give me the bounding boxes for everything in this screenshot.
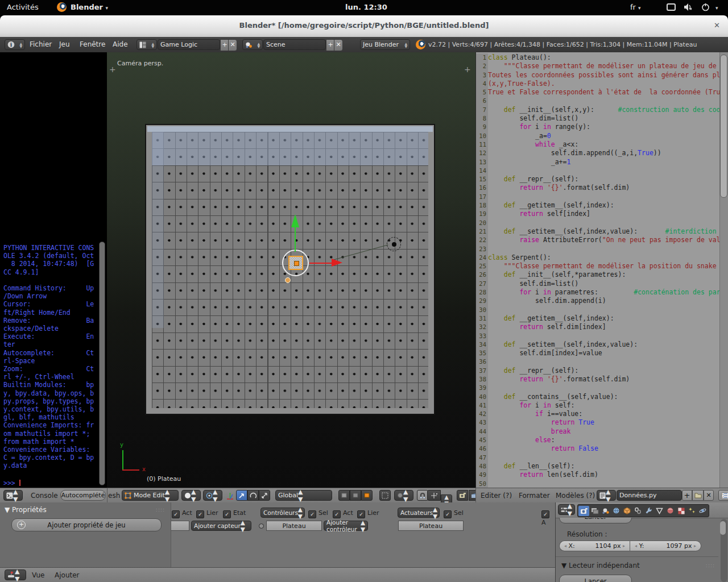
menu-jeu[interactable]: Jeu — [59, 40, 70, 48]
launch-button-clipped[interactable]: Lancer — [559, 518, 632, 523]
app-menu[interactable]: Blender ▾ — [71, 3, 108, 11]
tab-world-icon[interactable] — [611, 506, 622, 516]
snap-volume-icon[interactable] — [338, 490, 350, 501]
snap-face-icon[interactable] — [350, 490, 361, 501]
properties-panel-title[interactable]: ▼ Propriétés — [5, 506, 47, 514]
tab-particles-icon[interactable] — [686, 506, 697, 516]
region-expand-left-icon[interactable]: + — [109, 65, 116, 74]
manipulator-y-arrow[interactable] — [291, 214, 299, 227]
system-menu-chevron-icon[interactable]: ▾ — [715, 3, 718, 11]
sensors-show-etat[interactable]: ✓Etat — [223, 509, 246, 518]
properties-scroll-thumb[interactable] — [720, 521, 726, 535]
sensors-show-lier[interactable]: ✓Lier — [196, 509, 218, 518]
sensor-object-name-clipped[interactable] — [171, 521, 189, 531]
tab-render-layers-icon[interactable] — [589, 506, 600, 516]
actuator-object-name[interactable]: Plateau — [398, 521, 464, 531]
viewport-shading-dropdown[interactable]: ▲▼ — [181, 490, 201, 501]
text-editor-region[interactable]: 1class Plateau():2 """Classe permettant … — [475, 52, 728, 488]
manipulator-circle[interactable] — [282, 250, 309, 276]
window-titlebar[interactable]: Blender* [/home/gregoire/script/Python/B… — [0, 15, 728, 38]
logic-menu-vue[interactable]: Vue — [32, 571, 44, 579]
snap-element-dropdown[interactable]: ▲▼ — [394, 490, 413, 501]
menu-fichier[interactable]: Fichier — [30, 40, 52, 48]
scene-name-field[interactable]: Scene — [263, 39, 326, 50]
snap-magnet-icon[interactable] — [417, 490, 428, 501]
console-prompt[interactable]: >>> — [3, 479, 20, 487]
tab-material-icon[interactable] — [665, 506, 676, 516]
editor-type-info-dropdown[interactable]: i ▲▼ — [5, 39, 25, 50]
render-opengl-camera-icon[interactable] — [457, 490, 468, 501]
unlink-text-button[interactable]: ✕ — [704, 490, 714, 501]
text-name-field[interactable]: Données.py — [617, 490, 682, 501]
menu-fenetre[interactable]: Fenêtre — [80, 40, 105, 48]
actuators-filter-dropdown[interactable]: Actuateurs▲▼ — [398, 508, 440, 518]
console-scrollbar[interactable] — [99, 242, 105, 485]
new-text-button[interactable]: + — [682, 490, 692, 501]
mesh-menu-clipped[interactable]: esh — [108, 492, 120, 500]
code-lines[interactable]: 1class Plateau():2 """Classe permettant … — [476, 53, 715, 488]
open-text-button[interactable] — [692, 490, 704, 501]
keyboard-layout-indicator[interactable]: fr ▾ — [630, 3, 641, 11]
mode-select-dropdown[interactable]: Mode Edit▲▼ — [122, 490, 179, 501]
delete-layout-button[interactable]: ✕ — [228, 39, 237, 51]
manipulator-axis-icon[interactable] — [226, 492, 234, 500]
text-datablock-dropdown[interactable]: ▲▼ — [597, 490, 616, 501]
tab-object-icon[interactable] — [622, 506, 632, 516]
actuators-show-sel[interactable]: ✓Sel — [444, 509, 464, 518]
menu-aide[interactable]: Aide — [113, 40, 128, 48]
menu-editer[interactable]: Editer (?) — [481, 492, 512, 500]
sensors-show-act[interactable]: ✓Act — [172, 509, 192, 518]
tab-scene-icon[interactable] — [600, 506, 611, 516]
controller-input-socket[interactable] — [259, 523, 264, 529]
text-editor-scroll-thumb[interactable] — [720, 55, 727, 198]
3d-viewport[interactable]: Caméra persp. + + y x (0) Plateau — [107, 52, 475, 488]
proportional-edit-icon[interactable] — [379, 490, 391, 501]
close-icon[interactable]: ✕ — [714, 21, 720, 30]
snap-edge-icon[interactable] — [361, 490, 373, 501]
transform-orientation-dropdown[interactable]: Global▲▼ — [275, 490, 332, 501]
rotate-manipulator-button[interactable] — [247, 490, 259, 501]
launch-standalone-button[interactable]: Lancer — [559, 575, 632, 582]
logic-editor-region[interactable]: ✓Act ✓Lier ✓Etat Ajouter capteur▲▼ Contr… — [0, 502, 555, 582]
tab-physics-icon[interactable] — [697, 506, 708, 516]
editor-type-properties-dropdown[interactable]: ▲▼ — [558, 504, 575, 515]
tab-texture-icon[interactable] — [676, 506, 686, 516]
manipulator-x-axis[interactable] — [309, 263, 332, 264]
controllers-show-lier[interactable]: ✓Lier — [357, 509, 379, 518]
actuators-show-act-clipped[interactable]: ✓A — [541, 509, 555, 526]
controllers-filter-dropdown[interactable]: Contrôleurs▲▼ — [260, 508, 305, 518]
tab-constraints-icon[interactable] — [632, 506, 643, 516]
editor-type-logic-dropdown[interactable]: ▲▼ — [5, 569, 26, 580]
properties-scrollbar[interactable] — [721, 519, 727, 582]
line-numbers-toggle[interactable]: 12 — [718, 490, 728, 501]
editor-type-console-dropdown[interactable]: ▲▼ — [3, 490, 23, 501]
autocomplete-button[interactable]: Autocomplété — [60, 490, 106, 501]
properties-editor-region[interactable]: ▲▼ Lancer Résolution : — [555, 502, 728, 582]
region-expand-right-icon[interactable]: + — [464, 65, 471, 74]
pivot-point-dropdown[interactable]: ▲▼ — [203, 490, 222, 501]
add-game-property-button[interactable]: + Ajouter propriété de jeu — [11, 518, 162, 531]
tab-modifiers-icon[interactable] — [643, 506, 654, 516]
empty-object-origin[interactable] — [392, 242, 396, 247]
screen-layout-icon-dropdown[interactable]: ▲▼ — [136, 39, 157, 50]
add-sensor-dropdown[interactable]: Ajouter capteur▲▼ — [191, 521, 251, 531]
panel-drag-dots[interactable]: :::: — [706, 563, 715, 568]
delete-scene-button[interactable]: ✕ — [334, 39, 343, 51]
tab-data-icon[interactable] — [654, 506, 665, 516]
add-controller-dropdown[interactable]: Ajouter contrôleur▲▼ — [324, 521, 368, 531]
menu-modeles[interactable]: Modèles (?) — [556, 492, 595, 500]
controller-object-name[interactable]: Plateau — [266, 521, 322, 531]
manipulator-y-axis[interactable] — [295, 227, 296, 252]
tab-render-icon[interactable] — [578, 506, 589, 516]
controllers-show-act[interactable]: ✓Act — [333, 509, 353, 518]
scene-icon-dropdown[interactable]: ▲▼ — [242, 39, 263, 50]
clock[interactable]: lun. 12:30 — [345, 3, 387, 11]
menu-formater[interactable]: Formater — [519, 492, 550, 500]
screen-layout-name-field[interactable]: Game Logic — [158, 39, 220, 50]
activities-button[interactable]: Activités — [7, 3, 39, 11]
text-editor-scrollbar[interactable] — [719, 52, 728, 488]
snap-target-axis-icon[interactable] — [427, 490, 441, 501]
manipulator-x-arrow[interactable] — [332, 259, 342, 267]
logic-menu-ajouter[interactable]: Ajouter — [55, 571, 80, 579]
console-menu[interactable]: Console — [31, 492, 58, 500]
